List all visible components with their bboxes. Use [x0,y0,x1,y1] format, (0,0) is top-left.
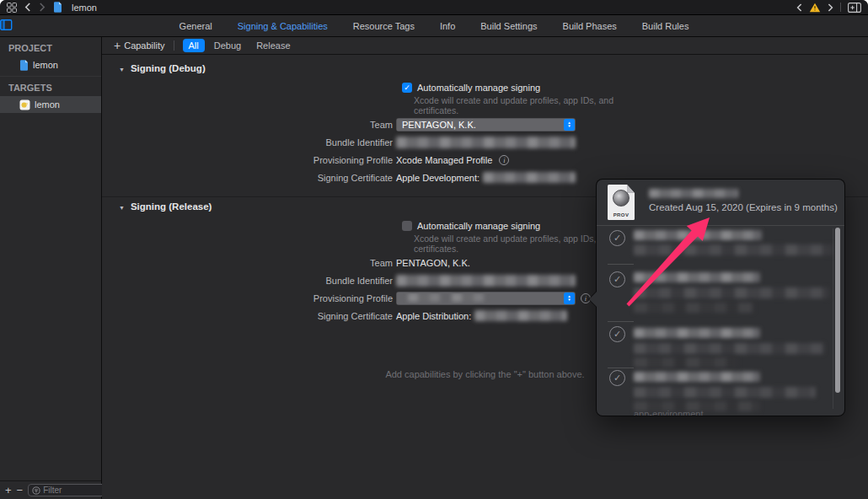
window-title: lemon [72,3,97,13]
editor-tabs: General Signing & Capabilities Resource … [179,21,689,31]
tab-signing-capabilities[interactable]: Signing & Capabilities [238,21,328,31]
signing-debug-section: ▼ Signing (Debug) ✓ Automatically manage… [102,63,868,186]
signing-certificate-value: Apple Development: [396,173,480,183]
editor-tabbar: General Signing & Capabilities Resource … [0,15,868,37]
popover-row-separator [608,321,634,322]
configuration-segmented-control: All Debug Release [183,39,297,52]
popover-header: PROV Created Aug 15, 2020 (Expires in 9 … [597,180,844,226]
segment-debug[interactable]: Debug [208,39,247,52]
add-capability-button[interactable]: + Capability [114,40,165,51]
tab-build-rules[interactable]: Build Rules [642,21,689,31]
profile-created-text: Created Aug 15, 2020 (Expires in 9 month… [649,202,838,212]
popover-row-redacted [634,372,760,382]
disclosure-triangle-icon[interactable]: ▼ [119,205,125,211]
related-items-grid-icon[interactable] [7,3,17,13]
popover-row-redacted [634,357,738,368]
add-capability-label: Capability [124,40,164,51]
popover-row-redacted [634,244,833,255]
project-list-toggle-icon[interactable] [0,19,13,30]
filter-icon [32,486,40,495]
check-circle-icon: ✓ [609,230,625,246]
signing-certificate-label: Signing Certificate [102,173,393,183]
provisioning-profile-popover: PROV Created Aug 15, 2020 (Expires in 9 … [596,179,845,416]
disclosure-triangle-icon[interactable]: ▼ [119,67,125,72]
check-circle-icon: ✓ [609,370,625,386]
team-popup-value: PENTAGON, K.K. [396,120,564,130]
signing-release-title: Signing (Release) [131,201,212,212]
add-target-button[interactable]: + [5,485,12,496]
auto-manage-signing-label: Automatically manage signing [417,221,540,231]
prov-file-label: PROV [608,212,635,217]
segment-all[interactable]: All [183,39,205,52]
auto-manage-signing-checkbox[interactable] [402,221,412,231]
team-label: Team [102,120,393,130]
popover-tail [589,292,597,307]
auto-manage-signing-checkbox[interactable]: ✓ [402,83,412,93]
tab-build-phases[interactable]: Build Phases [563,21,617,31]
provisioning-profile-value: Xcode Managed Profile [396,155,492,165]
provisioning-profile-file-icon: PROV [608,185,635,220]
popover-row-redacted [634,230,762,240]
popover-row-redacted [634,343,824,354]
capability-bar: + Capability All Debug Release [102,37,868,55]
popover-row-redacted [634,272,760,282]
popup-stepper-icon: ▲▼ [564,119,575,131]
target-item-label: lemon [35,99,60,110]
popover-row-separator [608,368,634,368]
bundle-identifier-label: Bundle Identifier [102,137,393,148]
targets-section-header: TARGETS [0,76,101,96]
popover-row-redacted [634,328,760,338]
remove-target-button[interactable]: − [17,485,24,496]
popover-scrollbar-track [833,228,833,409]
signing-certificate-label: Signing Certificate [102,311,393,321]
check-circle-icon: ✓ [609,271,625,287]
popover-row-redacted [634,387,816,398]
window-toolbar: lemon [0,0,868,15]
provisioning-profile-label: Provisioning Profile [102,293,393,303]
team-value: PENTAGON, K.K. [396,258,470,268]
forward-chevron-icon[interactable] [39,3,46,12]
project-document-icon [53,2,62,13]
signing-debug-title: Signing (Debug) [131,63,206,73]
provisioning-profile-popup-button[interactable]: ▲▼ [396,292,576,305]
tab-resource-tags[interactable]: Resource Tags [353,21,415,31]
plus-icon: + [114,41,121,50]
info-icon[interactable]: i [499,155,509,165]
sidebar-item-target-lemon[interactable]: lemon [0,96,101,113]
back-chevron-icon[interactable] [24,3,31,12]
auto-manage-signing-note: Xcode will create and update profiles, a… [414,95,635,115]
previous-issue-icon[interactable] [796,3,802,12]
profile-seal-icon [613,190,630,207]
target-app-icon [19,99,30,110]
certificate-name-redacted [474,310,567,321]
project-item-label: lemon [33,60,58,70]
auto-manage-signing-label: Automatically manage signing [417,83,540,93]
signing-certificate-value: Apple Distribution: [396,311,471,321]
next-issue-icon[interactable] [828,3,833,12]
bundle-identifier-field-redacted[interactable] [396,275,576,287]
check-circle-icon: ✓ [609,326,625,342]
provisioning-profile-value-redacted [408,293,485,302]
project-file-icon [19,60,29,71]
project-section-header: PROJECT [0,37,101,56]
tab-general[interactable]: General [179,21,212,31]
popover-row-separator [608,264,634,265]
xcode-window: lemon [0,0,868,499]
team-popup-button[interactable]: PENTAGON, K.K. ▲▼ [396,118,576,131]
team-label: Team [102,258,393,268]
signing-debug-header[interactable]: ▼ Signing (Debug) [102,63,868,76]
segment-release[interactable]: Release [250,39,296,52]
add-editor-icon[interactable] [848,3,861,13]
tab-info[interactable]: Info [440,21,455,31]
popover-row-redacted [634,287,829,298]
project-targets-sidebar: PROJECT lemon TARGETS lemon + − [0,37,102,499]
popup-stepper-icon: ▲▼ [564,292,575,304]
tab-build-settings[interactable]: Build Settings [480,21,537,31]
bundle-identifier-field-redacted[interactable] [396,137,576,148]
warning-badge-icon[interactable] [809,3,821,13]
popover-row-redacted [634,303,753,313]
provisioning-profile-label: Provisioning Profile [102,155,393,165]
popover-scrollbar-thumb[interactable] [835,228,840,393]
sidebar-item-project-lemon[interactable]: lemon [0,56,101,73]
toolbar-divider [840,3,841,12]
